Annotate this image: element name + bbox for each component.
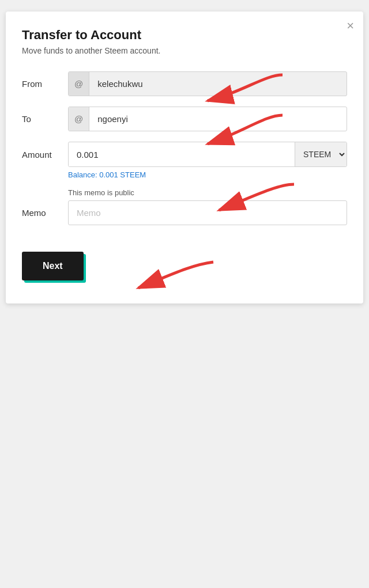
modal-title: Transfer to Account [22,28,347,43]
memo-input-wrapper [68,200,347,225]
memo-input[interactable] [69,201,347,225]
balance-text: Balance: 0.001 STEEM [68,170,347,179]
memo-section: This memo is public Memo [22,188,347,225]
to-row: To @ [22,107,347,131]
memo-label: Memo [22,208,68,218]
to-input-wrapper: @ [68,107,347,131]
from-at-symbol: @ [69,72,89,96]
from-input [89,72,347,96]
memo-row: Memo [22,200,347,225]
from-input-wrapper: @ [68,71,347,96]
arrow-next [98,259,225,311]
to-label: To [22,114,68,124]
to-input[interactable] [89,107,347,131]
amount-label: Amount [22,150,68,160]
modal-subtitle: Move funds to another Steem account. [22,46,347,55]
to-at-symbol: @ [69,107,89,131]
from-row: From @ [22,71,347,96]
next-button[interactable]: Next [22,252,84,280]
amount-input[interactable] [69,143,295,166]
transfer-modal: × Transfer to Account Move funds to anot… [6,12,363,304]
memo-public-notice: This memo is public [68,188,347,197]
amount-input-wrapper: STEEM SBD [68,142,347,167]
amount-row: Amount STEEM SBD [22,142,347,167]
close-button[interactable]: × [347,20,354,32]
from-label: From [22,79,68,89]
currency-select[interactable]: STEEM SBD [295,142,347,166]
